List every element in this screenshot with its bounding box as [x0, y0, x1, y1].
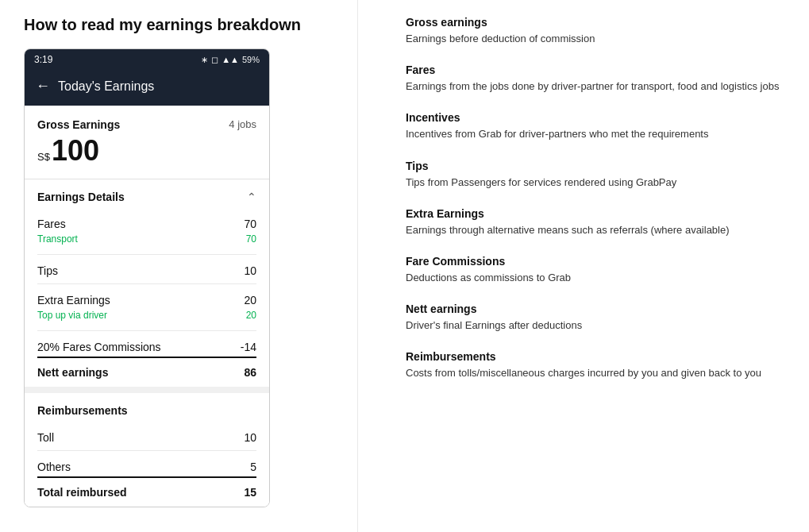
glossary-item: ReimbursementsCosts from tolls/miscellan…: [406, 350, 785, 380]
reimbursements-section: Reimbursements Toll 10 Others 5 Total re…: [37, 393, 256, 507]
nett-row: Nett earnings 86: [37, 357, 256, 387]
total-reimbursed-row: Total reimbursed 15: [37, 476, 256, 507]
glossary-description: Tips from Passengers for services render…: [406, 175, 785, 190]
fares-sub-row: Transport 70: [37, 233, 256, 251]
bluetooth-icon: ∗: [201, 55, 208, 65]
glossary-term: Fares: [406, 64, 785, 76]
glossary-description: Deductions as commissions to Grab: [406, 271, 785, 285]
gross-earnings-header: Gross Earnings 4 jobs: [37, 118, 256, 131]
commissions-row: 20% Fares Commissions -14: [37, 334, 256, 357]
toll-value: 10: [244, 431, 256, 444]
extra-sub-row: Top up via driver 20: [37, 310, 256, 327]
phone-header-title: Today's Earnings: [58, 79, 154, 94]
nett-label: Nett earnings: [37, 366, 108, 379]
earnings-details-header: Earnings Details ⌃: [37, 179, 256, 211]
tips-row: Tips 10: [37, 258, 256, 280]
others-label: Others: [37, 461, 71, 473]
glossary-term: Reimbursements: [406, 350, 785, 363]
glossary-description: Driver's final Earnings after deductions: [406, 318, 785, 333]
glossary-container: Gross earningsEarnings before deduction …: [406, 16, 785, 381]
phone-body: Gross Earnings 4 jobs S$ 100 Earnings De…: [25, 106, 269, 507]
extra-earnings-row: Extra Earnings 20: [37, 287, 256, 310]
others-value: 5: [250, 461, 256, 473]
glossary-term: Gross earnings: [406, 16, 785, 29]
nett-value: 86: [244, 366, 256, 379]
tips-label: Tips: [37, 264, 58, 277]
currency-label: S$: [37, 152, 50, 162]
glossary-term: Fare Commissions: [406, 255, 785, 268]
extra-earnings-value: 20: [244, 294, 256, 306]
extra-sub-label: Top up via driver: [37, 310, 107, 321]
section-divider: [25, 387, 269, 393]
extra-earnings-label: Extra Earnings: [37, 294, 110, 306]
data-icon: ◻: [211, 55, 218, 65]
fares-row: Fares 70: [37, 211, 256, 233]
commissions-label: 20% Fares Commissions: [37, 341, 161, 353]
glossary-description: Earnings through alternative means such …: [406, 223, 785, 237]
fares-sub-label: Transport: [37, 233, 78, 245]
glossary-term: Nett earnings: [406, 303, 785, 315]
glossary-description: Incentives from Grab for driver-partners…: [406, 127, 785, 141]
status-icons: ∗ ◻ ▲▲ 59%: [201, 55, 260, 65]
fares-sub-value: 70: [246, 233, 256, 245]
toll-row: Toll 10: [37, 425, 256, 447]
glossary-item: IncentivesIncentives from Grab for drive…: [406, 111, 785, 141]
row-divider-2: [37, 283, 256, 284]
glossary-term: Extra Earnings: [406, 207, 785, 220]
chevron-up-icon[interactable]: ⌃: [247, 191, 256, 203]
phone-app-header: ← Today's Earnings: [25, 70, 269, 106]
row-divider-3: [37, 330, 256, 331]
glossary-description: Earnings from the jobs done by driver-pa…: [406, 79, 785, 94]
toll-label: Toll: [37, 431, 54, 444]
glossary-item: TipsTips from Passengers for services re…: [406, 160, 785, 190]
glossary-item: Extra EarningsEarnings through alternati…: [406, 207, 785, 237]
glossary-item: FaresEarnings from the jobs done by driv…: [406, 64, 785, 94]
gross-amount: S$ 100: [37, 134, 256, 168]
extra-sub-value: 20: [246, 310, 256, 321]
commissions-value: -14: [241, 341, 256, 353]
glossary-item: Fare CommissionsDeductions as commission…: [406, 255, 785, 285]
status-time: 3:19: [34, 54, 52, 65]
fares-value: 70: [244, 218, 256, 230]
fares-label: Fares: [37, 218, 66, 230]
right-panel: Gross earningsEarnings before deduction …: [357, 0, 809, 532]
total-reimbursed-label: Total reimbursed: [37, 486, 127, 499]
glossary-description: Costs from tolls/miscellaneous charges i…: [406, 366, 785, 380]
row-divider-4: [37, 450, 256, 451]
phone-mockup: 3:19 ∗ ◻ ▲▲ 59% ← Today's Earnings Gross…: [24, 48, 270, 507]
reimbursements-title: Reimbursements: [37, 404, 256, 417]
gross-amount-value: 100: [52, 134, 99, 168]
tips-value: 10: [244, 264, 256, 277]
glossary-term: Tips: [406, 160, 785, 172]
back-arrow-icon[interactable]: ←: [36, 78, 50, 94]
glossary-description: Earnings before deduction of commission: [406, 32, 785, 46]
glossary-item: Nett earningsDriver's final Earnings aft…: [406, 303, 785, 333]
gross-earnings-label: Gross Earnings: [37, 118, 120, 131]
glossary-item: Gross earningsEarnings before deduction …: [406, 16, 785, 46]
row-divider-1: [37, 254, 256, 255]
total-reimbursed-value: 15: [244, 486, 256, 499]
battery-icon: 59%: [242, 55, 260, 64]
signal-icon: ▲▲: [222, 55, 239, 64]
glossary-term: Incentives: [406, 111, 785, 124]
status-bar: 3:19 ∗ ◻ ▲▲ 59%: [25, 49, 269, 70]
others-row: Others 5: [37, 454, 256, 476]
jobs-count: 4 jobs: [229, 118, 256, 130]
earnings-details-title: Earnings Details: [37, 191, 125, 203]
left-panel: How to read my earnings breakdown 3:19 ∗…: [0, 0, 357, 532]
page-title: How to read my earnings breakdown: [24, 16, 333, 34]
